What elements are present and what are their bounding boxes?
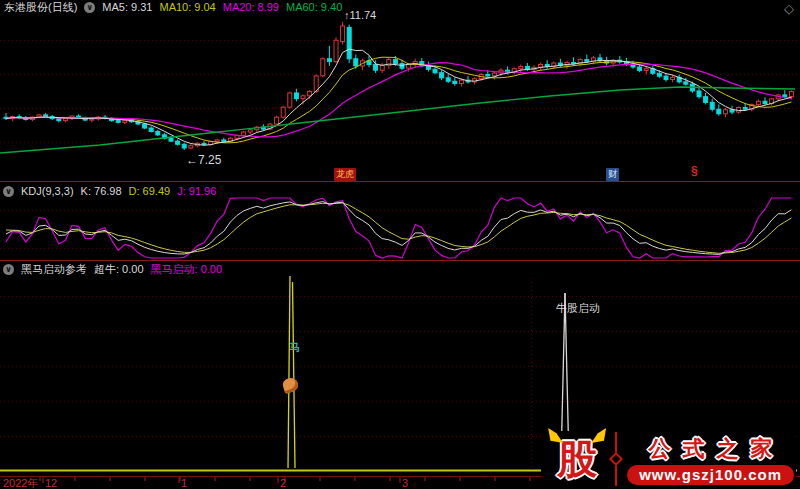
stock-app-window: 东港股份(日线) ∨ MA5: 9.31 MA10: 9.04 MA20: 8.… [0, 0, 800, 489]
candle-body [756, 101, 760, 104]
site-name: 公式之家 [649, 434, 785, 464]
low-price-annotation: ←7.25 [186, 154, 221, 166]
candle-body [380, 65, 384, 70]
super-bull-value: 超牛: 0.00 [94, 263, 144, 276]
candle-body [519, 66, 523, 68]
candle-body [321, 59, 325, 76]
heima-start-value: 黑马启动: 0.00 [151, 263, 223, 276]
ma5-value: MA5: 9.31 [102, 1, 152, 14]
collapse-panel3-icon[interactable]: ∨ [3, 264, 14, 275]
candle-body [215, 140, 219, 142]
candle-body [492, 73, 496, 76]
candle-body [182, 144, 186, 148]
peak-price-annotation: ↑11.74 [344, 9, 376, 21]
candle-body [242, 132, 246, 135]
collapse-panel1-icon[interactable]: ∨ [84, 2, 95, 13]
kdj-j-value: J: 91.96 [177, 185, 216, 198]
kdj-title: KDJ(9,3,3) [21, 185, 74, 198]
ma20-value: MA20: 8.99 [223, 1, 279, 14]
candle-body [453, 81, 457, 83]
kdj-lines [6, 198, 791, 258]
candle-body [275, 117, 279, 124]
candle-body [393, 60, 397, 64]
watermark-divider [615, 432, 617, 486]
signal-spike [293, 282, 296, 468]
candle-body [288, 93, 292, 107]
candle-body [57, 119, 61, 121]
grid-lines [0, 41, 797, 469]
dividend-marker-icon[interactable]: § [691, 164, 698, 178]
ma10-line [6, 57, 791, 143]
candle-body [143, 124, 147, 128]
axis-month-label: 1 [181, 477, 187, 489]
candle-body [644, 69, 648, 71]
chart-canvas[interactable] [0, 0, 800, 489]
axis-year-label: 2022年 [3, 477, 38, 489]
kdj-panel-header: ∨ KDJ(9,3,3) K: 76.98 D: 69.49 J: 91.96 [3, 185, 216, 198]
ma-lines [0, 49, 795, 153]
candle-body [723, 110, 727, 114]
candle-body [783, 95, 787, 97]
axis-month-label: 12 [45, 477, 57, 489]
site-watermark: 股 公式之家 www.gszj100.com [541, 431, 796, 487]
candle-body [446, 78, 450, 81]
candle-body [671, 77, 675, 79]
candle-body [116, 121, 120, 123]
candle-body [156, 131, 160, 134]
axis-month-label: 3 [402, 477, 408, 489]
candle-body [169, 138, 173, 141]
bull-stock-logo: 股 [549, 432, 605, 486]
candle-body [763, 101, 767, 103]
candle-body [301, 96, 305, 99]
candle-body [149, 128, 153, 131]
candle-body [281, 107, 285, 117]
signal-spike [288, 276, 290, 468]
candle-body [433, 69, 437, 72]
candle-body [123, 121, 127, 123]
candle-body [347, 27, 351, 58]
candle-body [717, 109, 721, 114]
candle-body [486, 74, 490, 75]
candle-body [684, 82, 688, 84]
candle-body [63, 119, 67, 121]
kdj-k-value: K: 76.98 [81, 185, 122, 198]
watermark-text-block: 公式之家 www.gszj100.com [627, 434, 796, 485]
site-url-pill: www.gszj100.com [627, 465, 794, 485]
collapse-panel2-icon[interactable]: ∨ [3, 186, 14, 197]
main-chart-header: 东港股份(日线) ∨ MA5: 9.31 MA10: 9.04 MA20: 8.… [4, 1, 342, 14]
ma60-value: MA60: 9.40 [286, 1, 342, 14]
candle-body [657, 73, 661, 76]
axis-month-label: 2 [280, 477, 286, 489]
candle-body [341, 26, 345, 42]
candle-body [222, 140, 226, 141]
candle-body [308, 92, 312, 96]
logo-glyph: 股 [557, 432, 597, 487]
candle-body [44, 115, 48, 117]
candle-body [664, 76, 668, 79]
event-badge-longhu[interactable]: 龙虎 [334, 168, 356, 181]
candle-body [374, 64, 378, 70]
candle-body [704, 97, 708, 103]
kdj-d-value: D: 69.49 [129, 185, 171, 198]
candle-body [710, 102, 714, 109]
candle-body [294, 93, 298, 99]
candle-body [327, 59, 331, 62]
candle-body [440, 73, 444, 78]
candle-body [176, 141, 180, 144]
candle-body [743, 108, 747, 110]
horse-signal-marker: 马 [289, 340, 300, 355]
diamond-icon[interactable]: ◇ [784, 1, 794, 16]
divider-diamond-icon [609, 452, 623, 466]
ma5-line [6, 49, 791, 145]
event-badge-financial-report[interactable]: 财 [606, 168, 619, 181]
candle-body [189, 146, 193, 148]
candle-body [585, 60, 589, 62]
stock-title: 东港股份(日线) [4, 1, 77, 14]
candle-body [407, 64, 411, 68]
candle-body [354, 59, 358, 66]
candle-body [697, 91, 701, 97]
candlestick-series [4, 22, 793, 150]
candle-body [202, 143, 206, 144]
candle-body [638, 67, 642, 70]
candle-body [90, 119, 94, 120]
